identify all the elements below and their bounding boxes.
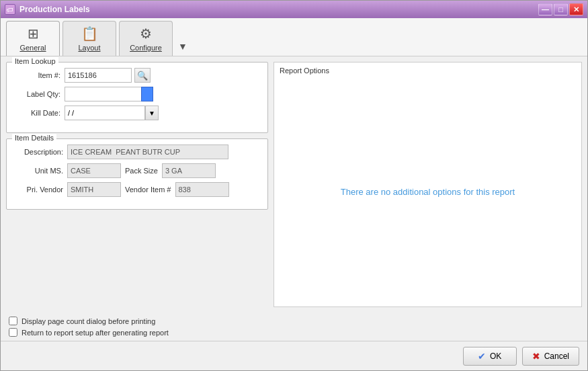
pack-size-input — [162, 163, 216, 178]
unit-ms-label: Unit MS. — [15, 167, 63, 175]
label-qty-input[interactable] — [65, 87, 142, 101]
cancel-button[interactable]: ✖ Cancel — [522, 347, 579, 366]
title-controls: — □ ✕ — [538, 3, 583, 15]
kill-date-input[interactable] — [65, 106, 145, 120]
kill-date-input-group: ▼ — [65, 106, 159, 120]
gear-icon: ⚙ — [140, 26, 152, 42]
unit-pack-row: Unit MS. Pack Size — [15, 163, 259, 178]
option2-label: Return to report setup after generating … — [22, 329, 169, 337]
label-qty-indicator — [141, 87, 153, 101]
left-panel: Item Lookup Item #: 🔍 Label Qty: — [6, 62, 268, 307]
item-number-label: Item #: — [15, 71, 60, 79]
unit-pack-group: Pack Size — [67, 163, 216, 178]
grid-icon: ⊞ — [28, 26, 39, 42]
tab-general[interactable]: ⊞ General — [6, 21, 60, 56]
tab-general-label: General — [19, 44, 46, 52]
item-number-row: Item #: 🔍 — [15, 68, 259, 83]
option1-checkbox[interactable] — [9, 317, 17, 325]
vendor-item-input — [175, 182, 229, 197]
description-row: Description: — [15, 145, 259, 159]
pri-vendor-label: Pri. Vendor — [15, 186, 63, 194]
toolbar: ⊞ General 📋 Layout ⚙ Configure ▼ — [1, 18, 587, 56]
option2-checkbox[interactable] — [9, 328, 17, 337]
vendor-row: Pri. Vendor Vendor Item # — [15, 182, 259, 197]
kill-date-dropdown[interactable]: ▼ — [145, 106, 159, 120]
option2-row: Return to report setup after generating … — [9, 328, 579, 337]
unit-ms-input — [67, 163, 121, 178]
tab-configure[interactable]: ⚙ Configure — [119, 21, 173, 56]
item-number-input[interactable] — [65, 68, 132, 83]
search-button[interactable]: 🔍 — [134, 68, 151, 83]
vendor-item-label: Vendor Item # — [125, 186, 171, 194]
checkmark-icon: ✔ — [478, 351, 486, 362]
toolbar-dropdown[interactable]: ▼ — [178, 41, 187, 56]
pack-size-label: Pack Size — [125, 167, 158, 175]
window-icon: 🏷 — [5, 4, 15, 15]
label-qty-row: Label Qty: — [15, 87, 259, 101]
item-lookup-group: Item Lookup Item #: 🔍 Label Qty: — [6, 62, 268, 133]
vendor-group: Vendor Item # — [67, 182, 229, 197]
main-window: 🏷 Production Labels — □ ✕ ⊞ General 📋 La… — [0, 0, 588, 371]
option1-label: Display page count dialog before printin… — [22, 317, 155, 325]
dropdown-arrow-icon: ▼ — [178, 41, 187, 52]
kill-date-row: Kill Date: ▼ — [15, 106, 259, 120]
report-options-title: Report Options — [274, 63, 581, 77]
report-no-options-message: There are no additional options for this… — [341, 187, 515, 197]
bottom-options: Display page count dialog before printin… — [1, 313, 587, 341]
item-details-title: Item Details — [12, 134, 56, 142]
layout-icon: 📋 — [81, 26, 98, 42]
label-qty-input-group — [65, 87, 153, 101]
close-button[interactable]: ✕ — [569, 3, 583, 15]
description-label: Description: — [15, 148, 63, 156]
tab-layout-label: Layout — [78, 44, 100, 52]
tab-layout[interactable]: 📋 Layout — [62, 21, 116, 56]
footer: ✔ OK ✖ Cancel — [1, 341, 587, 370]
minimize-button[interactable]: — — [538, 3, 552, 15]
ok-button[interactable]: ✔ OK — [463, 347, 517, 366]
title-bar-left: 🏷 Production Labels — [5, 4, 90, 15]
option1-row: Display page count dialog before printin… — [9, 317, 579, 325]
window-title: Production Labels — [19, 5, 90, 14]
label-qty-label: Label Qty: — [15, 90, 60, 98]
cancel-label: Cancel — [544, 352, 569, 361]
main-content: Item Lookup Item #: 🔍 Label Qty: — [1, 56, 587, 313]
item-details-group: Item Details Description: Unit MS. Pack … — [6, 138, 268, 210]
kill-date-label: Kill Date: — [15, 109, 60, 117]
pri-vendor-input — [67, 182, 121, 197]
item-lookup-title: Item Lookup — [12, 57, 58, 65]
item-number-input-group: 🔍 — [65, 68, 151, 83]
right-panel: Report Options There are no additional o… — [274, 62, 582, 307]
x-icon: ✖ — [532, 351, 540, 362]
report-options-content: There are no additional options for this… — [274, 77, 581, 306]
ok-label: OK — [490, 352, 501, 361]
title-bar: 🏷 Production Labels — □ ✕ — [1, 1, 587, 18]
maximize-button[interactable]: □ — [554, 3, 568, 15]
tab-configure-label: Configure — [130, 44, 162, 52]
description-input — [67, 145, 228, 159]
